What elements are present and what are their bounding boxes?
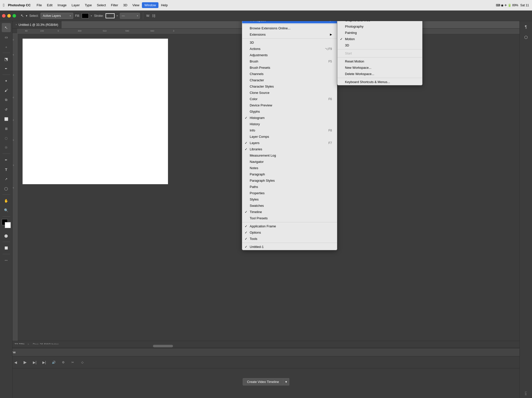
- dim-overlay: [0, 0, 532, 398]
